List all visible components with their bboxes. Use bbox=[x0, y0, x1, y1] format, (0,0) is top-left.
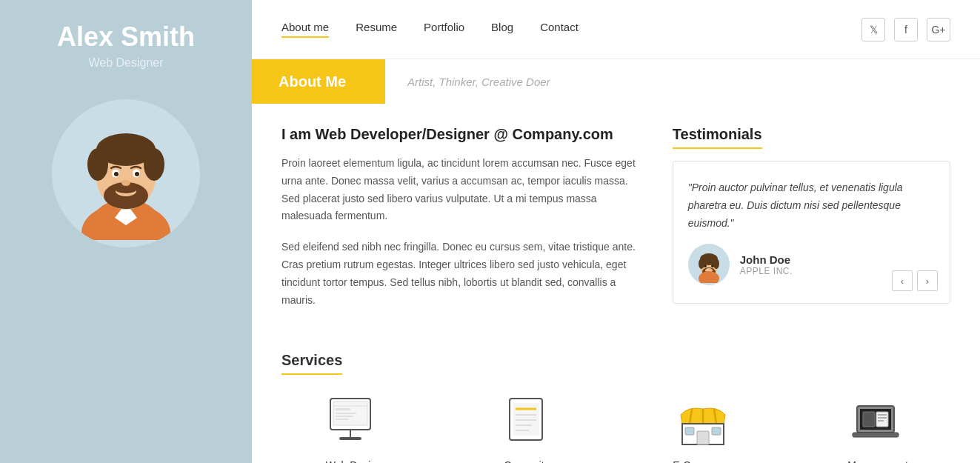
testimonials-heading: Testimonials bbox=[673, 126, 762, 149]
content-heading: I am Web Developer/Designer @ Company.co… bbox=[281, 126, 643, 143]
svg-point-13 bbox=[114, 172, 119, 176]
right-column: Testimonials "Proin auctor pulvinar tell… bbox=[673, 126, 950, 322]
testimonials-box: "Proin auctor pulvinar tellus, et venena… bbox=[673, 161, 950, 304]
sidebar-title: Web Designer bbox=[88, 56, 163, 70]
services-grid: Web Design Copywriter bbox=[281, 393, 950, 463]
svg-point-24 bbox=[711, 264, 714, 267]
testimonial-avatar bbox=[688, 244, 730, 285]
googleplus-icon: G+ bbox=[931, 24, 945, 36]
sidebar: Alex Smith Web Designer bbox=[0, 0, 252, 463]
twitter-icon: 𝕏 bbox=[870, 24, 878, 36]
svg-point-7 bbox=[144, 148, 164, 181]
testimonial-name: John Doe bbox=[740, 253, 793, 266]
left-column: I am Web Developer/Designer @ Company.co… bbox=[281, 126, 643, 322]
service-management: Management bbox=[805, 393, 950, 463]
nav-links: About me Resume Portfolio Blog Contact bbox=[281, 21, 861, 38]
service-ecommerce: E-Commerce bbox=[631, 393, 776, 463]
testimonial-next-button[interactable]: › bbox=[917, 270, 938, 291]
nav-contact[interactable]: Contact bbox=[540, 21, 579, 38]
about-badge: About Me bbox=[252, 59, 385, 104]
service-web-design-label: Web Design bbox=[326, 459, 382, 463]
svg-point-20 bbox=[713, 259, 719, 269]
svg-point-19 bbox=[699, 259, 704, 269]
svg-rect-52 bbox=[876, 412, 888, 427]
content-para2: Sed eleifend sed nibh nec fringilla. Don… bbox=[281, 239, 643, 309]
svg-point-15 bbox=[121, 180, 130, 186]
svg-rect-56 bbox=[853, 433, 899, 437]
svg-rect-46 bbox=[697, 431, 709, 444]
svg-rect-32 bbox=[336, 419, 349, 420]
service-management-label: Management bbox=[847, 459, 908, 463]
nav-resume[interactable]: Resume bbox=[356, 21, 397, 38]
svg-rect-30 bbox=[336, 413, 356, 414]
main-content: About me Resume Portfolio Blog Contact 𝕏… bbox=[252, 0, 980, 463]
service-copywriter: Copywriter bbox=[456, 393, 601, 463]
about-subtitle: Artist, Thinker, Creative Doer bbox=[385, 76, 550, 88]
services-heading: Services bbox=[281, 352, 342, 375]
testimonial-quote: "Proin auctor pulvinar tellus, et venena… bbox=[688, 179, 935, 232]
top-nav: About me Resume Portfolio Blog Contact 𝕏… bbox=[252, 0, 980, 59]
service-web-design: Web Design bbox=[281, 393, 427, 463]
svg-rect-29 bbox=[336, 408, 350, 410]
sidebar-name: Alex Smith bbox=[57, 22, 195, 52]
service-ecommerce-label: E-Commerce bbox=[673, 459, 733, 463]
svg-point-23 bbox=[704, 264, 707, 267]
nav-portfolio[interactable]: Portfolio bbox=[424, 21, 464, 38]
svg-point-6 bbox=[87, 148, 108, 181]
testimonial-company: APPLE INC. bbox=[740, 266, 793, 276]
svg-rect-47 bbox=[685, 427, 694, 435]
svg-rect-34 bbox=[339, 437, 361, 440]
svg-rect-31 bbox=[336, 416, 353, 417]
testimonial-navigation: ‹ › bbox=[892, 270, 938, 291]
content-para1: Proin laoreet elementum ligula, ac tinci… bbox=[281, 155, 643, 225]
about-header: About Me Artist, Thinker, Creative Doer bbox=[252, 59, 980, 104]
svg-rect-48 bbox=[712, 427, 721, 435]
svg-point-14 bbox=[135, 172, 139, 176]
testimonial-prev-button[interactable]: ‹ bbox=[892, 270, 913, 291]
services-section: Services Web Design bbox=[252, 344, 980, 463]
social-icons: 𝕏 f G+ bbox=[861, 18, 950, 41]
content-area: About Me Artist, Thinker, Creative Doer … bbox=[252, 59, 980, 463]
facebook-icon: f bbox=[904, 24, 907, 36]
twitter-button[interactable]: 𝕏 bbox=[861, 18, 885, 41]
googleplus-button[interactable]: G+ bbox=[927, 18, 950, 41]
svg-rect-51 bbox=[863, 412, 875, 427]
nav-about-me[interactable]: About me bbox=[281, 21, 329, 38]
testimonial-info: John Doe APPLE INC. bbox=[740, 253, 793, 276]
content-body: I am Web Developer/Designer @ Company.co… bbox=[252, 104, 980, 344]
facebook-button[interactable]: f bbox=[894, 18, 918, 41]
svg-point-10 bbox=[116, 186, 136, 193]
nav-blog[interactable]: Blog bbox=[491, 21, 513, 38]
avatar bbox=[52, 99, 200, 247]
service-copywriter-label: Copywriter bbox=[504, 459, 553, 463]
